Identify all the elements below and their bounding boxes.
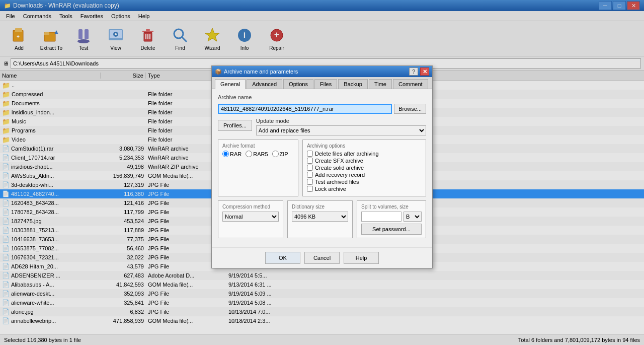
compression-dictionary-split-row: Compression method Store Fastest Fast No… [218, 200, 426, 238]
dictionary-box: Dictionary size 64 KB 128 KB 256 KB 512 … [287, 200, 353, 238]
format-rar[interactable]: RAR [222, 151, 242, 157]
dialog-ok-button[interactable]: OK [265, 252, 300, 264]
archiving-options-label: Archiving options [307, 143, 422, 149]
dialog-close-button[interactable]: ✕ [420, 67, 429, 76]
archive-name-row: Archive name Browse... [218, 94, 426, 114]
set-password-button[interactable]: Set password... [361, 224, 422, 235]
format-zip[interactable]: ZIP [272, 151, 288, 157]
archiving-options-list: Delete files after archiving Create SFX … [307, 151, 422, 192]
tab-files[interactable]: Files [314, 79, 337, 89]
dialog-titlebar: 📦 Archive name and parameters ? ✕ [212, 66, 432, 77]
opt-lock-archive[interactable]: Lock archive [307, 186, 422, 192]
dialog-cancel-button[interactable]: Cancel [304, 252, 340, 264]
opt-add-recovery[interactable]: Add recovery record [307, 172, 422, 178]
split-unit-select[interactable]: B KB MB [404, 212, 422, 222]
opt-create-solid[interactable]: Create solid archive [307, 165, 422, 171]
tab-general[interactable]: General [215, 79, 246, 89]
format-rar5[interactable]: RAR5 [246, 151, 268, 157]
browse-button[interactable]: Browse... [394, 104, 426, 114]
tab-options[interactable]: Options [283, 79, 313, 89]
archiving-options-box: Archiving options Delete files after arc… [302, 140, 426, 196]
dialog-help-button[interactable]: Help [344, 252, 379, 264]
archive-dialog: 📦 Archive name and parameters ? ✕ Genera… [211, 65, 433, 268]
split-row: B KB MB [361, 212, 422, 222]
archive-format-label: Archive format [222, 143, 294, 149]
archive-format-box: Archive format RAR RAR5 ZIP [218, 140, 298, 196]
dialog-title: Archive name and parameters [224, 68, 298, 75]
dictionary-select[interactable]: 64 KB 128 KB 256 KB 512 KB 1024 KB 2048 … [292, 212, 348, 222]
tab-advanced[interactable]: Advanced [247, 79, 282, 89]
dialog-tabs: General Advanced Options Files Backup Ti… [212, 77, 432, 89]
dialog-titlebar-controls: ? ✕ [409, 67, 429, 76]
archive-name-input-row: Browse... [218, 104, 426, 114]
archive-name-label: Archive name [218, 94, 252, 100]
dialog-footer: OK Cancel Help [212, 247, 432, 268]
dictionary-label: Dictionary size [292, 204, 348, 210]
split-input[interactable] [361, 212, 401, 222]
profiles-button[interactable]: Profiles... [218, 120, 252, 131]
dialog-help-icon[interactable]: ? [409, 67, 418, 76]
update-mode-select[interactable]: Add and replace files Add and update fil… [256, 125, 426, 135]
split-password-box: Split to volumes, size B KB MB Set passw… [357, 200, 426, 238]
update-mode-label: Update mode [256, 118, 426, 124]
opt-create-sfx[interactable]: Create SFX archive [307, 158, 422, 164]
compression-label: Compression method [222, 204, 279, 210]
tab-comment[interactable]: Comment [393, 79, 428, 89]
profiles-section: Profiles... [218, 118, 252, 135]
update-mode-section: Update mode Add and replace files Add an… [256, 118, 426, 135]
split-label: Split to volumes, size [361, 204, 422, 210]
opt-delete-after[interactable]: Delete files after archiving [307, 151, 422, 157]
archive-name-input[interactable] [218, 104, 392, 114]
archive-format-radios: RAR RAR5 ZIP [222, 151, 294, 157]
compression-box: Compression method Store Fastest Fast No… [218, 200, 283, 238]
dialog-title-icon: 📦 [215, 68, 222, 75]
tab-time[interactable]: Time [369, 79, 392, 89]
format-options-row: Archive format RAR RAR5 ZIP Archiving op… [218, 140, 426, 196]
compression-select[interactable]: Store Fastest Fast Normal Good Best [222, 212, 279, 222]
opt-test-archived[interactable]: Test archived files [307, 179, 422, 185]
tab-backup[interactable]: Backup [338, 79, 368, 89]
profiles-update-row: Profiles... Update mode Add and replace … [218, 118, 426, 135]
dialog-content: Archive name Browse... Profiles... Updat… [212, 89, 432, 247]
